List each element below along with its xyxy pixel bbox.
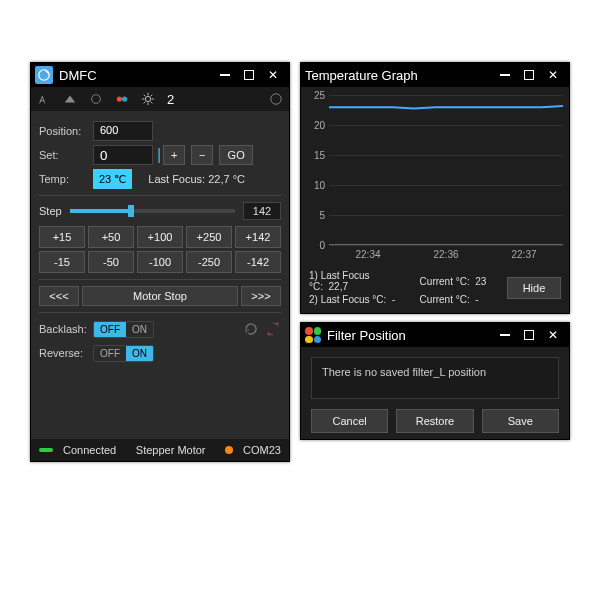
filter-position-window: Filter Position There is no saved filter… (300, 322, 570, 440)
step-button[interactable]: +142 (235, 226, 281, 248)
y-tick-label: 10 (314, 180, 325, 191)
app-icon (35, 66, 53, 84)
step-button[interactable]: -250 (186, 251, 232, 273)
cancel-button[interactable]: Cancel (311, 409, 388, 433)
minimize-button[interactable] (213, 66, 237, 84)
info-icon[interactable] (269, 92, 283, 106)
x-tick-label: 22:37 (511, 249, 536, 260)
x-tick-label: 22:34 (355, 249, 380, 260)
step-button[interactable]: -15 (39, 251, 85, 273)
go-button[interactable]: GO (219, 145, 253, 165)
sync-icon[interactable] (265, 321, 281, 337)
position-value: 600 (93, 121, 153, 141)
link-icon[interactable] (115, 92, 129, 106)
filter-icon (305, 327, 321, 343)
rewind-button[interactable]: <<< (39, 286, 79, 306)
svg-point-2 (117, 96, 122, 101)
temperature-graph-window: Temperature Graph 0510152025 22:3422:362… (300, 62, 570, 314)
window-title: Temperature Graph (305, 68, 487, 83)
tool-icon[interactable] (37, 92, 51, 106)
maximize-button[interactable] (237, 66, 261, 84)
titlebar[interactable]: DMFC (31, 63, 289, 87)
caret-indicator: | (157, 146, 161, 164)
minus-button[interactable]: − (191, 145, 213, 165)
temperature-chart: 0510152025 (329, 95, 563, 245)
step-button[interactable]: -50 (88, 251, 134, 273)
close-button[interactable] (541, 326, 565, 344)
connected-led-icon (39, 448, 53, 452)
toolbar-count: 2 (167, 92, 174, 107)
svg-point-1 (92, 95, 101, 104)
backlash-toggle[interactable]: OFF ON (93, 321, 154, 338)
step-value: 142 (243, 202, 281, 220)
refresh-icon[interactable] (243, 321, 259, 337)
save-button[interactable]: Save (482, 409, 559, 433)
position-label: Position: (39, 125, 87, 137)
motor-stop-button[interactable]: Motor Stop (82, 286, 238, 306)
y-tick-label: 15 (314, 150, 325, 161)
window-title: Filter Position (327, 328, 487, 343)
dmfc-window: DMFC 2 Position: 600 Set: | + − GO Temp: (30, 62, 290, 462)
reverse-label: Reverse: (39, 347, 87, 359)
maximize-button[interactable] (517, 66, 541, 84)
temp-value: 23 ℃ (93, 169, 132, 189)
expand-icon[interactable] (63, 92, 77, 106)
step-button[interactable]: +250 (186, 226, 232, 248)
x-tick-label: 22:36 (433, 249, 458, 260)
titlebar[interactable]: Filter Position (301, 323, 569, 347)
set-input[interactable] (93, 145, 153, 165)
plus-button[interactable]: + (163, 145, 185, 165)
cur1-label: Current °C: (420, 276, 470, 287)
step-button[interactable]: +100 (137, 226, 183, 248)
port-led-icon (225, 446, 233, 454)
step-slider[interactable] (70, 209, 235, 213)
forward-button[interactable]: >>> (241, 286, 281, 306)
svg-point-3 (122, 96, 127, 101)
lf2-label: 2) Last Focus °C: (309, 294, 386, 305)
step-button[interactable]: -142 (235, 251, 281, 273)
message-text: There is no saved filter_L position (322, 366, 486, 378)
y-tick-label: 5 (319, 210, 325, 221)
titlebar[interactable]: Temperature Graph (301, 63, 569, 87)
hide-button[interactable]: Hide (507, 277, 561, 299)
restore-button[interactable]: Restore (396, 409, 473, 433)
svg-point-5 (271, 94, 282, 105)
y-tick-label: 25 (314, 90, 325, 101)
cur2-value: - (475, 294, 478, 305)
gear-icon[interactable] (141, 92, 155, 106)
reverse-off[interactable]: OFF (94, 346, 126, 361)
minimize-button[interactable] (493, 66, 517, 84)
y-tick-label: 0 (319, 240, 325, 251)
backlash-on[interactable]: ON (126, 322, 153, 337)
cur2-label: Current °C: (420, 294, 470, 305)
temp-label: Temp: (39, 173, 87, 185)
step-button[interactable]: +15 (39, 226, 85, 248)
step-button[interactable]: -100 (137, 251, 183, 273)
window-title: DMFC (59, 68, 207, 83)
set-label: Set: (39, 149, 87, 161)
last-focus-label: Last Focus: 22,7 °C (148, 173, 245, 185)
backlash-off[interactable]: OFF (94, 322, 126, 337)
step-button-grid: +15+50+100+250+142-15-50-100-250-142 (39, 226, 281, 273)
close-button[interactable] (541, 66, 565, 84)
status-port: COM23 (243, 444, 281, 456)
status-motor: Stepper Motor (126, 444, 215, 456)
y-tick-label: 20 (314, 120, 325, 131)
reverse-on[interactable]: ON (126, 346, 153, 361)
lf2-value: - (392, 294, 395, 305)
lf1-value: 22,7 (329, 281, 348, 292)
toolbar: 2 (31, 87, 289, 111)
close-button[interactable] (261, 66, 285, 84)
maximize-button[interactable] (517, 326, 541, 344)
minimize-button[interactable] (493, 326, 517, 344)
status-connected: Connected (63, 444, 116, 456)
circle-icon[interactable] (89, 92, 103, 106)
cur1-value: 23 (475, 276, 486, 287)
chart-x-labels: 22:3422:3622:37 (329, 249, 563, 260)
backlash-label: Backlash: (39, 323, 87, 335)
reverse-toggle[interactable]: OFF ON (93, 345, 154, 362)
status-bar: Connected Stepper Motor COM23 (31, 439, 289, 461)
step-label: Step (39, 205, 62, 217)
svg-point-4 (145, 96, 150, 101)
step-button[interactable]: +50 (88, 226, 134, 248)
